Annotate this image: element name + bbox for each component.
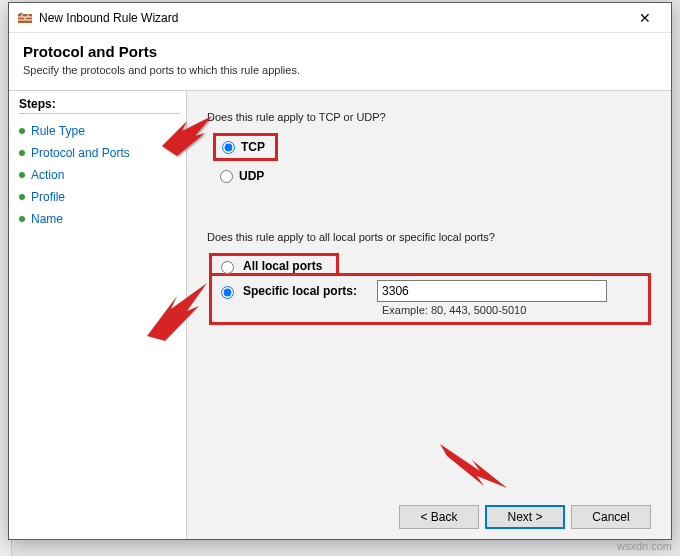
- divider: [19, 113, 180, 114]
- titlebar[interactable]: New Inbound Rule Wizard ✕: [9, 3, 671, 33]
- bullet-icon: [19, 172, 25, 178]
- port-example: Example: 80, 443, 5000-5010: [382, 304, 644, 316]
- wizard-body: Steps: Rule Type Protocol and Ports Acti…: [9, 91, 671, 539]
- firewall-icon: [17, 10, 33, 26]
- port-input[interactable]: [377, 280, 607, 302]
- steps-panel: Steps: Rule Type Protocol and Ports Acti…: [9, 91, 187, 539]
- step-label: Action: [31, 168, 64, 182]
- radio-all-local-ports[interactable]: [221, 261, 234, 274]
- step-profile[interactable]: Profile: [19, 186, 186, 208]
- wizard-window: New Inbound Rule Wizard ✕ Protocol and P…: [8, 2, 672, 540]
- steps-label: Steps:: [19, 97, 186, 111]
- radio-tcp-row[interactable]: TCP: [218, 138, 269, 156]
- svg-marker-8: [440, 444, 507, 488]
- bullet-icon: [19, 150, 25, 156]
- step-rule-type[interactable]: Rule Type: [19, 120, 186, 142]
- protocol-group: TCP UDP: [213, 133, 651, 185]
- question-ports: Does this rule apply to all local ports …: [207, 231, 651, 243]
- radio-specific-local-ports[interactable]: [221, 286, 234, 299]
- bullet-icon: [19, 128, 25, 134]
- radio-all-local-label: All local ports: [243, 259, 322, 273]
- page-subtitle: Specify the protocols and ports to which…: [23, 64, 657, 76]
- back-button[interactable]: < Back: [399, 505, 479, 529]
- bullet-icon: [19, 194, 25, 200]
- watermark: wsxdn.com: [617, 540, 672, 552]
- step-label: Name: [31, 212, 63, 226]
- ports-group: All local ports Specific local ports: Ex…: [209, 253, 651, 325]
- radio-udp-label: UDP: [239, 169, 264, 183]
- close-button[interactable]: ✕: [622, 4, 667, 32]
- step-action[interactable]: Action: [19, 164, 186, 186]
- highlight-box-specific: Specific local ports: Example: 80, 443, …: [209, 273, 651, 325]
- cancel-button[interactable]: Cancel: [571, 505, 651, 529]
- step-label: Protocol and Ports: [31, 146, 130, 160]
- radio-specific-row[interactable]: Specific local ports:: [216, 280, 644, 302]
- step-label: Profile: [31, 190, 65, 204]
- highlight-box-tcp: TCP: [213, 133, 278, 161]
- radio-tcp-label: TCP: [241, 140, 265, 154]
- wizard-footer: < Back Next > Cancel: [207, 495, 651, 529]
- radio-udp[interactable]: [220, 170, 233, 183]
- step-protocol-and-ports[interactable]: Protocol and Ports: [19, 142, 186, 164]
- next-button[interactable]: Next >: [485, 505, 565, 529]
- wizard-content: Does this rule apply to TCP or UDP? TCP …: [187, 91, 671, 539]
- step-name[interactable]: Name: [19, 208, 186, 230]
- page-title: Protocol and Ports: [23, 43, 657, 60]
- bullet-icon: [19, 216, 25, 222]
- wizard-header: Protocol and Ports Specify the protocols…: [9, 33, 671, 91]
- question-protocol: Does this rule apply to TCP or UDP?: [207, 111, 651, 123]
- radio-tcp[interactable]: [222, 141, 235, 154]
- step-label: Rule Type: [31, 124, 85, 138]
- window-title: New Inbound Rule Wizard: [39, 11, 622, 25]
- radio-all-local-row[interactable]: All local ports: [209, 253, 339, 276]
- radio-udp-row[interactable]: UDP: [216, 167, 651, 185]
- radio-specific-label: Specific local ports:: [243, 284, 357, 298]
